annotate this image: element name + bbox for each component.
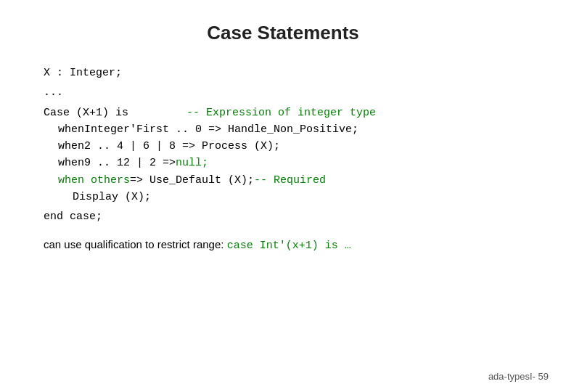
case-header-line: Case (X+1) is -- Expression of integer t… bbox=[44, 105, 522, 121]
when1-rest: Integer'First .. 0 => Handle_Non_Positiv… bbox=[84, 121, 358, 138]
when2-keyword: when bbox=[58, 138, 84, 155]
when3-keyword: when bbox=[58, 155, 84, 171]
display-line: Display (X); bbox=[73, 189, 522, 205]
when1-line: when Integer'First .. 0 => Handle_Non_Po… bbox=[58, 121, 522, 138]
slide-container: Case Statements X : Integer; ... Case (X… bbox=[0, 0, 566, 392]
ellipsis-line: ... bbox=[44, 84, 522, 101]
code-section: X : Integer; ... Case (X+1) is -- Expres… bbox=[44, 65, 522, 225]
when3-line: when 9 .. 12 | 2 => null; bbox=[58, 155, 522, 171]
note-text: can use qualification to restrict range: bbox=[44, 238, 223, 250]
slide-title: Case Statements bbox=[44, 22, 522, 44]
when3-rest: 9 .. 12 | 2 => bbox=[84, 155, 176, 171]
bottom-note: can use qualification to restrict range:… bbox=[44, 238, 522, 252]
page-number: ada-typesI- 59 bbox=[488, 371, 549, 382]
when4-comment: -- Required bbox=[254, 172, 326, 189]
ellipsis-text: ... bbox=[44, 86, 63, 99]
note-code: case Int'(x+1) is … bbox=[227, 240, 351, 252]
x-decl-text: X : Integer; bbox=[44, 67, 122, 79]
end-case-line: end case; bbox=[44, 208, 522, 225]
display-text: Display (X); bbox=[73, 189, 151, 205]
expr-comment: -- Expression of integer type bbox=[186, 105, 376, 121]
when-others-keyword: when others bbox=[58, 172, 130, 189]
when3-null: null; bbox=[176, 155, 208, 171]
when4-line: when others => Use_Default (X); -- Requi… bbox=[58, 172, 522, 189]
x-declaration: X : Integer; bbox=[44, 65, 522, 81]
end-case-text: end case; bbox=[44, 211, 102, 223]
when4-arrow: => Use_Default (X); bbox=[130, 172, 254, 189]
when2-line: when 2 .. 4 | 6 | 8 => Process (X); bbox=[58, 138, 522, 155]
case-header-text: Case (X+1) is bbox=[44, 105, 128, 121]
when1-keyword: when bbox=[58, 121, 84, 138]
when2-rest: 2 .. 4 | 6 | 8 => Process (X); bbox=[84, 138, 280, 155]
